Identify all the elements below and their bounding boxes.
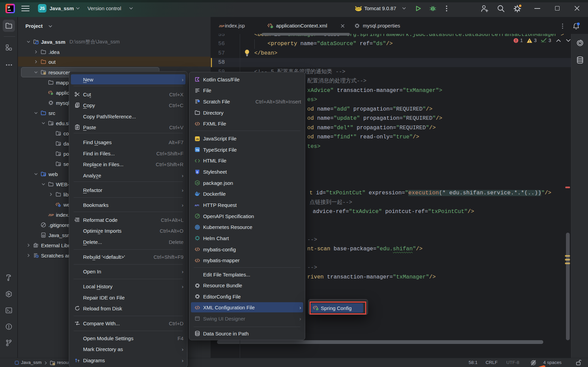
svg-text:3: 3	[196, 170, 198, 173]
svg-text:API: API	[195, 204, 199, 207]
svg-text:JS: JS	[196, 137, 199, 140]
svg-text:JSP: JSP	[219, 24, 224, 28]
svg-text:JSP: JSP	[48, 213, 54, 217]
svg-text:TS: TS	[196, 149, 199, 152]
svg-text:JS: JS	[196, 182, 199, 184]
